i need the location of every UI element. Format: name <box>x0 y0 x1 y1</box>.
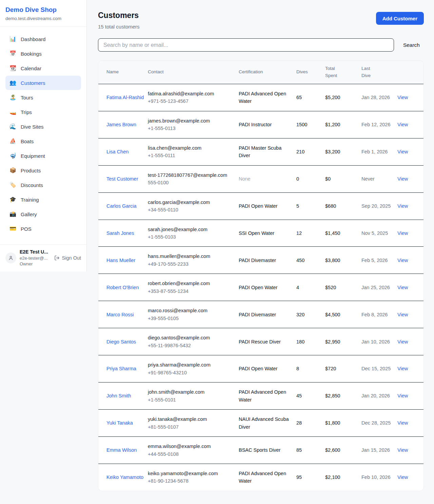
view-customer-link[interactable]: View <box>397 203 408 209</box>
column-header: Last Dive <box>361 61 397 84</box>
view-customer-link[interactable]: View <box>397 258 408 263</box>
customer-name-link[interactable]: Marco Rossi <box>106 312 134 317</box>
add-customer-button[interactable]: Add Customer <box>376 12 424 25</box>
sign-out-label: Sign Out <box>62 255 81 261</box>
tear-off-calendar-icon: 📆 <box>9 66 16 71</box>
user-email: e2e-tester@... <box>20 255 51 261</box>
customer-name-link[interactable]: John Smith <box>106 393 131 398</box>
view-customer-link[interactable]: View <box>397 447 408 453</box>
customer-name-link[interactable]: Carlos Garcia <box>106 203 137 209</box>
customer-email: james.brown@example.com <box>148 117 235 125</box>
view-customer-link[interactable]: View <box>397 339 408 344</box>
customer-email: marco.rossi@example.com <box>148 307 235 314</box>
customer-dives: 95 <box>296 464 325 490</box>
customer-name-link[interactable]: James Brown <box>106 122 136 127</box>
sidebar-item-training[interactable]: 🎓 Training <box>5 192 81 207</box>
sidebar-item-equipment[interactable]: 🤿 Equipment <box>5 149 81 163</box>
customer-email: carlos.garcia@example.com <box>148 199 235 206</box>
customer-dives: 8 <box>296 355 325 382</box>
shop-name[interactable]: Demo Dive Shop <box>5 6 81 14</box>
sidebar-item-label: Dive Sites <box>21 124 44 130</box>
customer-dives: 180 <box>296 328 325 355</box>
customer-phone: +55-11-99876-5432 <box>148 342 235 349</box>
speedboat-icon: 🚤 <box>9 109 16 115</box>
customer-name-link[interactable]: Robert O'Brien <box>106 285 139 290</box>
customer-total-spent: $2,850 <box>325 382 361 410</box>
sidebar-item-bookings[interactable]: 📅 Bookings <box>5 46 81 61</box>
customer-dives: 28 <box>296 410 325 437</box>
customer-dives: 1500 <box>296 111 325 138</box>
calendar-date-icon: 📅 <box>9 51 16 56</box>
customer-total-spent: $0 <box>325 165 361 192</box>
view-customer-link[interactable]: View <box>397 474 408 480</box>
sidebar-item-label: Dashboard <box>21 36 45 42</box>
sidebar-item-gallery[interactable]: 📸 Gallery <box>5 207 81 221</box>
sidebar-item-calendar[interactable]: 📆 Calendar <box>5 61 81 75</box>
column-header: Contact <box>148 61 239 84</box>
sign-out-button[interactable]: Sign Out <box>54 255 81 261</box>
customer-last-dive: Feb 8, 2026 <box>361 301 397 328</box>
view-customer-link[interactable]: View <box>397 176 408 182</box>
sidebar-item-products[interactable]: 📦 Products <box>5 163 81 178</box>
customer-name-link[interactable]: Test Customer <box>106 176 138 182</box>
sidebar-item-dashboard[interactable]: 📊 Dashboard <box>5 32 81 46</box>
customer-email: john.smith@example.com <box>148 388 235 396</box>
view-customer-link[interactable]: View <box>397 95 408 100</box>
customer-name-link[interactable]: Lisa Chen <box>106 149 129 154</box>
customer-last-dive: Dec 28, 2025 <box>361 410 397 437</box>
customer-total-spent: $3,800 <box>325 247 361 274</box>
customer-phone: +1-555-0113 <box>148 125 235 132</box>
view-customer-link[interactable]: View <box>397 122 408 127</box>
customer-phone: +1-555-0103 <box>148 233 235 241</box>
customer-name-link[interactable]: Hans Mueller <box>106 258 135 263</box>
sidebar-item-trips[interactable]: 🚤 Trips <box>5 105 81 119</box>
customer-certification: PADI Open Water <box>239 192 296 220</box>
search-button[interactable]: Search <box>394 42 424 48</box>
person-icon <box>8 255 14 261</box>
sidebar-item-label: POS <box>21 226 32 232</box>
customer-last-dive: Feb 10, 2026 <box>361 464 397 490</box>
bar-chart-icon: 📊 <box>9 36 16 42</box>
sidebar-item-discounts[interactable]: 🏷️ Discounts <box>5 178 81 192</box>
view-customer-link[interactable]: View <box>397 420 408 426</box>
customer-name-link[interactable]: Diego Santos <box>106 339 136 344</box>
view-customer-link[interactable]: View <box>397 149 408 154</box>
customer-total-spent: $2,600 <box>325 437 361 464</box>
customer-total-spent: $2,100 <box>325 464 361 490</box>
customer-name-link[interactable]: Emma Wilson <box>106 447 137 453</box>
sidebar-item-boats[interactable]: ⛵ Boats <box>5 134 81 148</box>
sidebar-item-tours[interactable]: 🏝️ Tours <box>5 90 81 105</box>
column-header-label: Dives <box>296 69 308 76</box>
customer-name-link[interactable]: Yuki Tanaka <box>106 420 133 426</box>
sidebar-item-pos[interactable]: 💳 POS <box>5 222 81 236</box>
column-header-label: Last Dive <box>361 65 379 79</box>
sidebar-item-dive-sites[interactable]: 🌊 Dive Sites <box>5 119 81 134</box>
view-customer-link[interactable]: View <box>397 312 408 317</box>
customer-name-link[interactable]: Keiko Yamamoto <box>106 474 143 480</box>
customer-count: 15 total customers <box>98 24 140 30</box>
customer-name-link[interactable]: Fatima Al-Rashid <box>106 95 144 100</box>
view-customer-link[interactable]: View <box>397 366 408 371</box>
customer-total-spent: $1,800 <box>325 410 361 437</box>
page-header-text: Customers 15 total customers <box>98 11 140 30</box>
customer-name-link[interactable]: Priya Sharma <box>106 366 136 371</box>
page-header: Customers 15 total customers Add Custome… <box>98 11 424 30</box>
customer-name-link[interactable]: Sarah Jones <box>106 230 134 236</box>
sidebar-item-customers[interactable]: 👥 Customers <box>5 76 81 90</box>
view-customer-link[interactable]: View <box>397 230 408 236</box>
customer-certification: PADI Advanced Open Water <box>239 464 296 490</box>
customer-email: priya.sharma@example.com <box>148 361 235 369</box>
customer-certification: BSAC Sports Diver <box>239 437 296 464</box>
customer-phone: +39-555-0105 <box>148 315 235 322</box>
sidebar-item-label: Gallery <box>21 211 37 217</box>
customer-phone: +34-555-0110 <box>148 206 235 213</box>
tag-icon: 🏷️ <box>9 182 16 188</box>
customer-email: sarah.jones@example.com <box>148 226 235 233</box>
customer-email: test-1772681807767@example.com <box>148 171 235 179</box>
view-customer-link[interactable]: View <box>397 285 408 290</box>
sidebar-item-label: Trips <box>21 109 32 115</box>
view-customer-link[interactable]: View <box>397 393 408 398</box>
column-header <box>397 61 424 84</box>
table-row: Hans Mueller hans.mueller@example.com +4… <box>98 247 424 274</box>
search-input[interactable] <box>98 38 394 52</box>
